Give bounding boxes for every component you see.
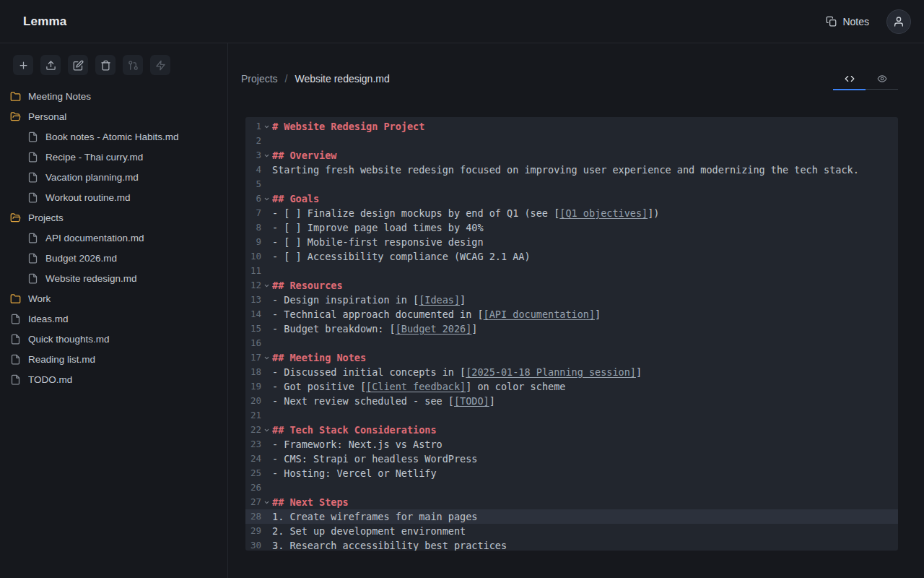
edit-button[interactable] [68,55,88,75]
editor-line[interactable]: 4Starting fresh website redesign focused… [245,163,898,177]
editor-line[interactable]: 19- Got positive [[Client feedback]] on … [245,379,898,394]
editor-line[interactable]: 16 [245,336,898,350]
editor-line[interactable]: 11 [245,264,898,278]
line-number: 28 [245,509,261,524]
editor-line[interactable]: 27## Next Steps [245,495,898,509]
breadcrumb-separator: / [285,73,288,85]
line-content: - [ ] Finalize design mockups by end of … [272,206,898,220]
tree-file-item[interactable]: Recipe - Thai curry.md [0,147,227,167]
editor-line[interactable]: 292. Set up development environment [245,524,898,538]
tree-folder-item[interactable]: Projects [0,207,227,228]
editor-line[interactable]: 2 [245,134,898,148]
tree-file-item[interactable]: Book notes - Atomic Habits.md [0,126,227,147]
tree-file-item[interactable]: API documentation.md [0,228,227,248]
folder-open-icon [10,111,21,122]
wiki-link[interactable]: [Budget 2026] [396,323,472,335]
fold-chevron-icon[interactable] [261,124,272,130]
delete-button[interactable] [95,55,116,75]
editor-line[interactable]: 25- Hosting: Vercel or Netlify [245,466,898,480]
file-icon [27,172,38,183]
editor-line[interactable]: 5 [245,177,898,191]
line-number: 10 [245,249,261,264]
tree-item-label: Meeting Notes [28,91,91,102]
editor-line[interactable]: 20- Next review scheduled - see [[TODO]] [245,394,898,408]
editor-line[interactable]: 17## Meeting Notes [245,350,898,365]
editor-line[interactable]: 303. Research accessibility best practic… [245,538,898,551]
tree-item-label: Recipe - Thai curry.md [45,152,143,163]
editor-line[interactable]: 15- Budget breakdown: [[Budget 2026]] [245,322,898,336]
tree-file-item[interactable]: Vacation planning.md [0,167,227,187]
notes-button-label: Notes [842,16,869,27]
line-content: - Discussed initial concepts in [[2025-0… [272,365,898,379]
fold-chevron-icon[interactable] [261,427,272,434]
editor-line[interactable]: 14- Technical approach documented in [[A… [245,307,898,322]
editor-line[interactable]: 18- Discussed initial concepts in [[2025… [245,365,898,379]
line-content: - Got positive [[Client feedback]] on co… [272,379,898,394]
editor-line[interactable]: 3## Overview [245,148,898,163]
code-text: ] on color scheme [466,381,565,392]
editor-line[interactable]: 281. Create wireframes for main pages [245,509,898,524]
fold-chevron-icon[interactable] [261,499,272,506]
editor-line[interactable]: 22## Tech Stack Considerations [245,423,898,437]
upload-button[interactable] [40,55,61,75]
fold-chevron-icon[interactable] [261,355,272,361]
tree-folder-item[interactable]: Personal [0,106,227,126]
file-icon [27,273,38,284]
editor-line[interactable]: 9- [ ] Mobile-first responsive design [245,235,898,249]
breadcrumb-parent[interactable]: Projects [241,73,278,85]
code-icon [845,74,855,84]
git-merge-button[interactable] [123,55,143,75]
wiki-link[interactable]: [Ideas] [419,294,460,306]
line-content: - Framework: Next.js vs Astro [272,437,898,452]
editor-line[interactable]: 26 [245,480,898,495]
tree-folder-item[interactable]: Meeting Notes [0,86,227,106]
fold-chevron-icon[interactable] [261,152,272,159]
line-number: 22 [245,423,261,437]
editor-line[interactable]: 24- CMS: Strapi or headless WordPress [245,452,898,466]
wiki-link[interactable]: [API documentation] [484,309,595,320]
fold-chevron-icon[interactable] [261,196,272,202]
editor-line[interactable]: 8- [ ] Improve page load times by 40% [245,220,898,235]
tree-item-label: Budget 2026.md [45,253,117,264]
avatar-button[interactable] [886,9,911,34]
editor-line[interactable]: 21 [245,408,898,423]
editor-line[interactable]: 1# Website Redesign Project [245,119,898,134]
editor-line[interactable]: 13- Design inspiration in [[Ideas]] [245,293,898,307]
line-number: 12 [245,278,261,293]
tree-folder-item[interactable]: Work [0,288,227,309]
quick-actions-button[interactable] [150,55,170,75]
editor-line[interactable]: 10- [ ] Accessibility compliance (WCAG 2… [245,249,898,264]
trash-icon [100,60,111,71]
line-number: 23 [245,437,261,452]
tree-file-item[interactable]: TODO.md [0,369,227,389]
copy-stack-icon [826,16,837,27]
wiki-link[interactable]: [Q1 objectives] [559,207,648,219]
view-tab-source[interactable] [833,68,866,90]
wiki-link[interactable]: [Client feedback] [366,381,466,392]
code-text: - [ ] Finalize design mockups by end of … [272,207,559,219]
editor[interactable]: 1# Website Redesign Project23## Overview… [245,117,898,551]
tree-file-item[interactable]: Reading list.md [0,349,227,369]
line-number: 7 [245,206,261,220]
file-icon [27,233,38,243]
wiki-link[interactable]: [2025-01-18 Planning session] [466,366,636,378]
tree-file-item[interactable]: Budget 2026.md [0,248,227,268]
editor-line[interactable]: 23- Framework: Next.js vs Astro [245,437,898,452]
line-content: ## Next Steps [272,495,898,509]
wiki-link[interactable]: [TODO] [454,395,489,407]
tree-file-item[interactable]: Website redesign.md [0,268,227,288]
line-content: 2. Set up development environment [272,524,898,538]
editor-line[interactable]: 6## Goals [245,191,898,206]
tree-file-item[interactable]: Quick thoughts.md [0,329,227,349]
fold-chevron-icon[interactable] [261,282,272,289]
line-number: 13 [245,293,261,307]
notes-button[interactable]: Notes [819,10,876,33]
sidebar: Meeting NotesPersonalBook notes - Atomic… [0,43,228,578]
tree-file-item[interactable]: Ideas.md [0,309,227,329]
tree-file-item[interactable]: Workout routine.md [0,187,227,207]
view-tab-preview[interactable] [866,68,898,90]
new-note-button[interactable] [13,55,33,75]
editor-line[interactable]: 12## Resources [245,278,898,293]
editor-line[interactable]: 7- [ ] Finalize design mockups by end of… [245,206,898,220]
code-text: - Got positive [ [272,381,366,392]
